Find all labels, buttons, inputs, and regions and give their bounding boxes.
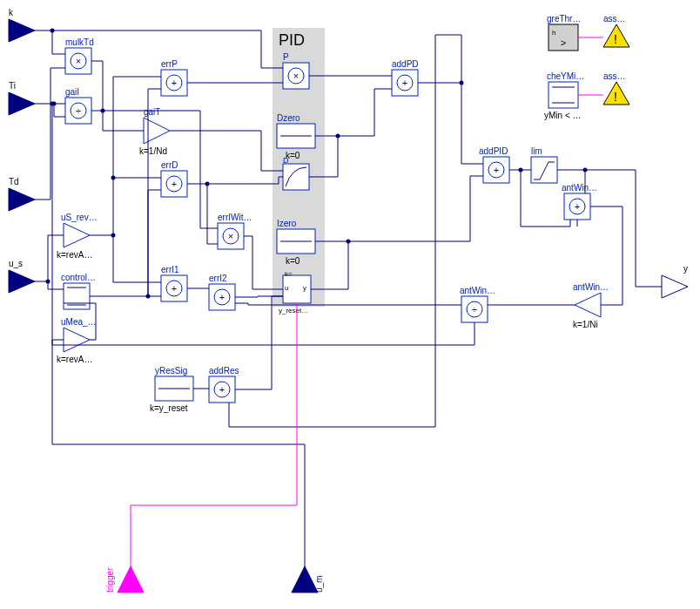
assert1-label: ass… bbox=[603, 14, 626, 24]
svg-text:+: + bbox=[219, 292, 225, 302]
svg-text:÷: ÷ bbox=[76, 105, 81, 116]
port-trigger-label: trigger bbox=[105, 567, 115, 592]
svg-text:y_reset…: y_reset… bbox=[279, 307, 308, 315]
antwingai-label: antWin… bbox=[573, 282, 609, 292]
erri2-label: errI2 bbox=[209, 274, 227, 283]
svg-text:+: + bbox=[219, 384, 225, 395]
svg-text:+: + bbox=[494, 165, 499, 175]
cheymi-label: cheYMi… bbox=[547, 71, 584, 81]
errp-label: errP bbox=[161, 59, 178, 69]
assert2-label: ass… bbox=[603, 71, 626, 81]
block-cheymi[interactable] bbox=[549, 82, 578, 108]
gait-label: gaiT bbox=[144, 107, 160, 117]
yressig-label: yResSig bbox=[155, 366, 187, 376]
antwindiv-label: antWin… bbox=[460, 286, 495, 295]
svg-point-33 bbox=[46, 280, 50, 284]
port-td[interactable] bbox=[9, 188, 35, 211]
port-us-label: u_s bbox=[9, 259, 23, 268]
umea-k: k=revA… bbox=[57, 355, 92, 364]
addpd-label: addPD bbox=[392, 59, 419, 69]
p-label: P bbox=[283, 52, 289, 62]
usrev-k: k=revA… bbox=[57, 250, 92, 260]
gaii-label: gaiI bbox=[65, 87, 79, 97]
erriwit-label: errIWit… bbox=[218, 213, 252, 222]
svg-text:h: h bbox=[552, 29, 555, 37]
lim-label: lim bbox=[531, 146, 542, 156]
addpid-label: addPID bbox=[479, 146, 508, 156]
svg-text:y: y bbox=[303, 284, 306, 292]
gait-k: k=1/Nd bbox=[139, 146, 167, 156]
block-antwingai[interactable] bbox=[575, 293, 601, 317]
izero-label: Izero bbox=[277, 219, 297, 228]
svg-text:÷: ÷ bbox=[472, 304, 477, 315]
svg-point-41 bbox=[50, 102, 55, 106]
port-k[interactable] bbox=[9, 19, 35, 42]
svg-text:+: + bbox=[402, 78, 407, 88]
svg-text:+: + bbox=[172, 283, 177, 294]
port-ti-label: Ti bbox=[9, 81, 16, 91]
svg-text:+: + bbox=[172, 179, 177, 189]
antwingai-k: k=1/Ni bbox=[573, 320, 598, 329]
block-umea[interactable] bbox=[64, 328, 90, 352]
svg-text:×: × bbox=[228, 231, 233, 241]
umea-label: uMea_… bbox=[61, 317, 97, 327]
yressig-k: k=y_reset bbox=[150, 403, 188, 413]
control-label: control… bbox=[61, 273, 96, 282]
pid-title: PID bbox=[279, 31, 305, 49]
svg-text:u: u bbox=[285, 284, 288, 292]
port-k-label: k bbox=[9, 8, 14, 17]
svg-text:×: × bbox=[76, 56, 81, 66]
port-y[interactable] bbox=[662, 275, 688, 298]
d-label: D bbox=[283, 156, 289, 165]
addres-label: addRes bbox=[209, 366, 239, 376]
svg-text:×: × bbox=[293, 71, 299, 81]
errd-label: errD bbox=[161, 160, 178, 170]
wires bbox=[35, 29, 662, 567]
port-us[interactable] bbox=[9, 270, 35, 293]
svg-text:!: ! bbox=[614, 90, 617, 104]
port-ti[interactable] bbox=[9, 92, 35, 115]
izero-k: k=0 bbox=[286, 256, 300, 266]
svg-text:+: + bbox=[575, 201, 580, 212]
usrev-label: uS_rev… bbox=[61, 213, 98, 222]
svg-text:!: ! bbox=[614, 32, 617, 46]
svg-text:>: > bbox=[561, 37, 566, 48]
grethr-label: greThr… bbox=[547, 14, 581, 24]
erri1-label: errI1 bbox=[161, 265, 179, 274]
port-um-label: u_m bbox=[314, 576, 324, 592]
mulktd-label: mulkTd bbox=[65, 37, 94, 47]
svg-text:k=: k= bbox=[285, 270, 293, 278]
dzero-label: Dzero bbox=[277, 113, 300, 123]
cheymi-k: yMin < … bbox=[544, 111, 582, 120]
antwinerr-label: antWin… bbox=[562, 183, 597, 193]
port-y-label: y bbox=[683, 264, 688, 274]
block-usrev[interactable] bbox=[64, 223, 90, 247]
port-trigger[interactable] bbox=[118, 566, 144, 592]
svg-text:+: + bbox=[172, 78, 177, 88]
port-td-label: Td bbox=[9, 177, 19, 186]
